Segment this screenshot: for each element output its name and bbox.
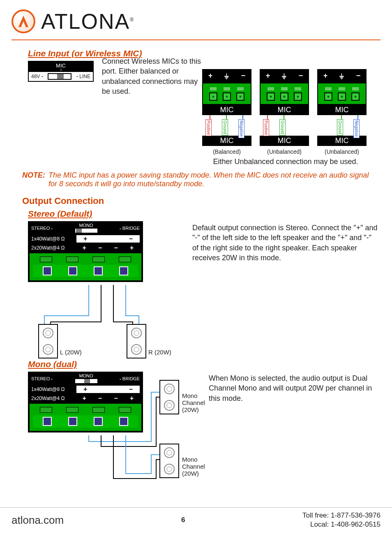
mono-speaker2-label: Mono Channel (20W) [182,456,205,477]
mic-switch-right-label: - LINE [76,74,90,79]
svg-point-1 [46,331,51,335]
stereo-body: Default output connection is Stereo. Con… [192,223,379,263]
mic-balanced-diagram: +⏚− MIC Positive Ground Negative MIC (Ba… [202,69,251,155]
mic-unbalanced1-diagram: +⏚− MIC Positive Ground MIC (Unbalanced) [260,69,309,155]
footer-site: atlona.com [12,514,64,527]
mic-caption-balanced: (Balanced) [202,148,251,155]
svg-point-14 [164,464,174,474]
svg-point-7 [134,347,139,352]
mono-diagram: STEREO - MONO - BRIDGE 1x40Watt@8 Ω+− 2x… [28,372,188,499]
page-footer: atlona.com 6 Toll free: 1-877-536-3976 L… [0,507,392,532]
footer-page-number: 6 [181,516,185,524]
brand-name: ATLONA [41,9,130,33]
right-speaker-label: R (20W) [148,349,171,356]
svg-point-5 [134,331,139,335]
mic-unbalanced2-diagram: +⏚− MIC Ground Negative MIC (Unbalanced) [317,69,367,155]
registered-mark: ® [130,17,134,23]
svg-point-2 [43,345,53,354]
svg-point-8 [164,384,174,394]
stereo-subheading: Stereo (Default) [28,209,379,219]
svg-point-6 [131,345,141,354]
mic-switch-left-label: 48V - [31,74,43,79]
brand-wordmark: ATLONA® [41,9,134,34]
mic-caption-unbal1: (Unbalanced) [260,148,309,155]
svg-point-15 [167,467,172,472]
brand-logo-icon [12,9,35,33]
footer-local: Local: 1-408-962-0515 [302,520,380,529]
stereo-diagram: STEREO - MONO - BRIDGE 1x40Watt@8 Ω+− 2x… [28,221,155,357]
mic-caption-unbal2: (Unbalanced) [317,148,367,155]
mono-speaker1-label: Mono Channel (20W) [182,392,205,413]
output-connection-heading: Output Connection [22,196,379,206]
svg-point-3 [46,347,51,352]
svg-point-13 [167,450,172,455]
mic-line-switch-diagram: MIC 48V - - LINE [28,61,94,82]
brand-header: ATLONA® [12,7,380,40]
mic-footnote: Either Unbalanced connection may be used… [192,157,379,166]
note-text: The MIC input has a power saving standby… [48,171,379,188]
svg-point-4 [131,328,141,338]
left-speaker-label: L (20W) [60,349,82,356]
svg-point-9 [167,386,172,391]
mic-note: NOTE: The MIC input has a power saving s… [22,171,379,188]
svg-point-10 [164,400,174,410]
footer-tollfree: Toll free: 1-877-536-3976 [302,511,380,520]
svg-point-0 [43,328,53,338]
svg-point-12 [164,448,174,458]
svg-point-11 [167,403,172,408]
note-label: NOTE: [22,171,45,188]
mono-subheading: Mono (dual) [28,359,379,369]
mono-body: When Mono is selected, the audio output … [209,373,379,403]
mic-switch-top-label: MIC [56,62,66,69]
